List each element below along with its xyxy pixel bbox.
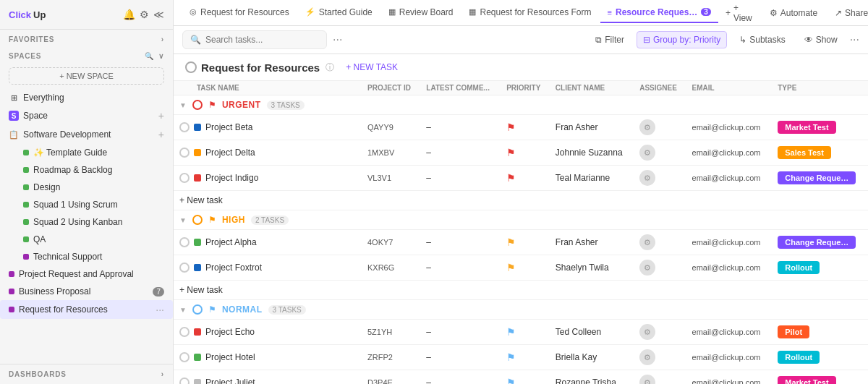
priority-cell[interactable]: ⚑ bbox=[501, 370, 550, 385]
sidebar-item-squad2[interactable]: Squad 2 Using Kanban bbox=[14, 213, 173, 231]
table-row[interactable]: Project Juliet D3P4E – ⚑ Rozanne Trisha … bbox=[174, 370, 868, 385]
task-name-cell[interactable]: Project Delta bbox=[174, 140, 362, 166]
task-name-cell[interactable]: Project Echo bbox=[174, 320, 362, 345]
task-status-circle[interactable] bbox=[179, 148, 190, 158]
bell-icon[interactable]: 🔔 bbox=[123, 9, 135, 20]
tab-request-resources[interactable]: ◎ Request for Resources bbox=[182, 3, 297, 23]
task-name-cell[interactable]: Project Indigo bbox=[174, 166, 362, 191]
collapse-icon[interactable]: ≪ bbox=[153, 9, 164, 20]
avatar[interactable]: ⚙ bbox=[639, 324, 655, 340]
search-input[interactable] bbox=[205, 35, 307, 45]
sidebar-item-project-request[interactable]: Project Request and Approval bbox=[0, 265, 173, 283]
task-status-circle[interactable] bbox=[179, 237, 190, 247]
assignee-cell[interactable]: ⚙ bbox=[634, 255, 686, 281]
new-space-button[interactable]: + NEW SPACE bbox=[9, 67, 164, 85]
filter-button[interactable]: ⧉ Filter bbox=[589, 31, 631, 48]
sidebar-item-roadmap[interactable]: Roadmap & Backlog bbox=[14, 161, 173, 179]
priority-cell[interactable]: ⚑ bbox=[501, 345, 550, 370]
avatar[interactable]: ⚙ bbox=[639, 145, 655, 161]
table-row[interactable]: Project Delta 1MXBV – ⚑ Johnnie Suzanna … bbox=[174, 140, 868, 166]
task-name-cell[interactable]: Project Hotel bbox=[174, 345, 362, 370]
task-status-circle[interactable] bbox=[179, 352, 190, 362]
priority-cell[interactable]: ⚑ bbox=[501, 255, 550, 281]
priority-cell[interactable]: ⚑ bbox=[501, 140, 550, 166]
priority-cell[interactable]: ⚑ bbox=[501, 115, 550, 140]
sidebar-item-software-dev[interactable]: 📋 Software Development + bbox=[0, 125, 173, 144]
task-status-circle[interactable] bbox=[179, 327, 190, 337]
more-options-icon[interactable]: ··· bbox=[156, 304, 164, 315]
spaces-arrow[interactable]: ∨ bbox=[158, 52, 164, 60]
sidebar-item-space[interactable]: S Space + bbox=[0, 106, 173, 125]
sidebar-item-tech-support[interactable]: Technical Support bbox=[14, 248, 173, 265]
assignee-cell[interactable]: ⚙ bbox=[634, 115, 686, 140]
sidebar-item-qa[interactable]: QA bbox=[14, 231, 173, 248]
assignee-cell[interactable]: ⚙ bbox=[634, 345, 686, 370]
share-button[interactable]: ↗ Share bbox=[829, 5, 868, 21]
search-box[interactable]: 🔍 bbox=[182, 30, 327, 49]
new-task-button[interactable]: + NEW TASK bbox=[340, 60, 404, 74]
group-collapse-icon[interactable]: ▼ bbox=[179, 216, 187, 224]
avatar[interactable]: ⚙ bbox=[639, 375, 655, 384]
sidebar-item-everything[interactable]: ⊞ Everything bbox=[0, 89, 173, 106]
toolbar-more-icon[interactable]: ··· bbox=[850, 33, 859, 46]
avatar[interactable]: ⚙ bbox=[639, 260, 655, 276]
email-cell: email@clickup.com bbox=[686, 255, 773, 281]
show-button[interactable]: 👁 Show bbox=[798, 31, 844, 48]
add-item-icon[interactable]: + bbox=[158, 129, 164, 140]
task-name-cell[interactable]: Project Beta bbox=[174, 115, 362, 140]
add-view-button[interactable]: + + View bbox=[720, 0, 758, 26]
group-collapse-icon[interactable]: ▼ bbox=[179, 101, 187, 109]
task-name-cell[interactable]: Project Alpha bbox=[174, 230, 362, 255]
assignee-cell[interactable]: ⚙ bbox=[634, 166, 686, 191]
task-name-cell[interactable]: Project Juliet bbox=[174, 370, 362, 385]
table-row[interactable]: Project Alpha 4OKY7 – ⚑ Fran Asher ⚙ ema… bbox=[174, 230, 868, 255]
new-task-label[interactable]: + New task bbox=[174, 191, 868, 210]
table-row[interactable]: Project Beta QAYY9 – ⚑ Fran Asher ⚙ emai… bbox=[174, 115, 868, 140]
sidebar-item-squad1[interactable]: Squad 1 Using Scrum bbox=[14, 196, 173, 213]
task-status-circle[interactable] bbox=[179, 122, 190, 132]
table-row[interactable]: Project Hotel ZRFP2 – ⚑ Briella Kay ⚙ em… bbox=[174, 345, 868, 370]
priority-cell[interactable]: ⚑ bbox=[501, 230, 550, 255]
table-row[interactable]: Project Foxtrot KXR6G – ⚑ Shaelyn Twila … bbox=[174, 255, 868, 281]
sidebar-item-request-resources[interactable]: Request for Resources ··· bbox=[0, 300, 173, 319]
sidebar-item-business-proposal[interactable]: Business Proposal 7 bbox=[0, 283, 173, 300]
add-space-icon[interactable]: + bbox=[158, 110, 164, 121]
priority-cell[interactable]: ⚑ bbox=[501, 166, 550, 191]
assignee-cell[interactable]: ⚙ bbox=[634, 140, 686, 166]
sidebar-item-template-guide[interactable]: ✨ Template Guide bbox=[14, 144, 173, 161]
tab-review-board[interactable]: ▦ Review Board bbox=[381, 3, 461, 23]
assignee-cell[interactable]: ⚙ bbox=[634, 230, 686, 255]
type-badge: Change Reque… bbox=[778, 236, 856, 249]
assignee-cell[interactable]: ⚙ bbox=[634, 370, 686, 385]
sidebar-item-design[interactable]: Design bbox=[14, 179, 173, 196]
task-status-circle[interactable] bbox=[179, 263, 190, 273]
more-options-button[interactable]: ··· bbox=[333, 33, 342, 46]
task-status-circle[interactable] bbox=[179, 173, 190, 183]
table-row[interactable]: Project Echo 5Z1YH – ⚑ Ted Colleen ⚙ ema… bbox=[174, 320, 868, 345]
table-row[interactable]: Project Indigo VL3V1 – ⚑ Teal Marianne ⚙… bbox=[174, 166, 868, 191]
favorites-arrow[interactable]: › bbox=[161, 35, 164, 43]
gear-icon[interactable]: ⚙ bbox=[140, 9, 149, 20]
new-task-row[interactable]: + New task bbox=[174, 281, 868, 300]
avatar[interactable]: ⚙ bbox=[639, 170, 655, 186]
avatar[interactable]: ⚙ bbox=[639, 119, 655, 135]
task-status-circle[interactable] bbox=[179, 377, 190, 384]
priority-cell[interactable]: ⚑ bbox=[501, 320, 550, 345]
tab-request-form[interactable]: ▦ Request for Resources Form bbox=[461, 3, 598, 23]
new-task-label[interactable]: + New task bbox=[174, 281, 868, 300]
group-collapse-icon[interactable]: ▼ bbox=[179, 306, 187, 314]
task-name-cell[interactable]: Project Foxtrot bbox=[174, 255, 362, 281]
tab-resource-requests[interactable]: ≡ Resource Reques… 3 bbox=[600, 3, 718, 23]
automate-button[interactable]: ⚙ Automate bbox=[764, 5, 823, 21]
search-spaces-icon[interactable]: 🔍 bbox=[145, 52, 154, 60]
dashboards-arrow[interactable]: › bbox=[161, 370, 164, 378]
avatar[interactable]: ⚙ bbox=[639, 349, 655, 365]
dashboards-section[interactable]: DASHBOARDS › bbox=[0, 364, 173, 384]
info-icon[interactable]: ⓘ bbox=[326, 61, 334, 74]
avatar[interactable]: ⚙ bbox=[639, 234, 655, 250]
group-by-button[interactable]: ⊟ Group by: Priority bbox=[637, 31, 727, 48]
subtasks-button[interactable]: ↳ Subtasks bbox=[733, 31, 791, 48]
assignee-cell[interactable]: ⚙ bbox=[634, 320, 686, 345]
tab-started-guide[interactable]: ⚡ Started Guide bbox=[298, 3, 380, 23]
new-task-row[interactable]: + New task bbox=[174, 191, 868, 210]
